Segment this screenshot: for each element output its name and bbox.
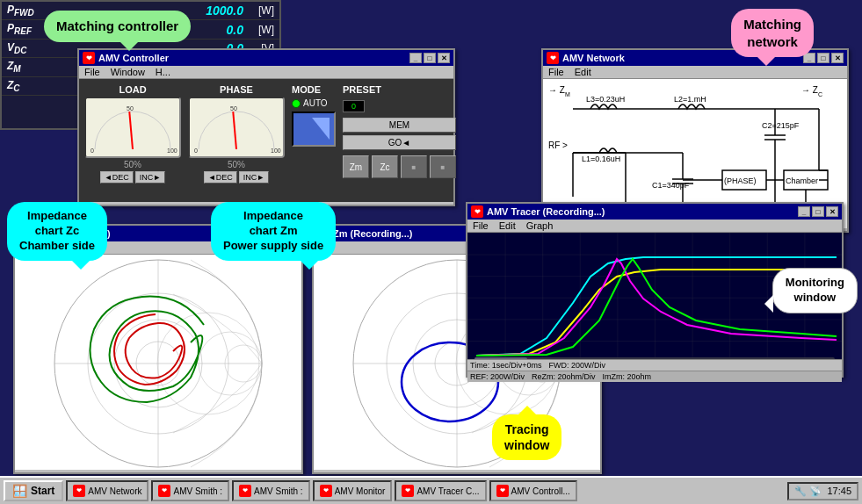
- load-inc-btn[interactable]: INC►: [135, 171, 165, 184]
- taskbar-btn-0[interactable]: ❤AMV Network: [66, 480, 148, 501]
- phase-buttons[interactable]: ◄DEC INC►: [204, 171, 269, 184]
- svg-text:L1=0.16uH: L1=0.16uH: [582, 155, 620, 163]
- menu-help[interactable]: H...: [154, 67, 172, 77]
- callout-tw-text: Tracing window: [504, 422, 549, 452]
- taskbar: 🪟 Start ❤AMV Network❤AMV Smith :❤AMV Smi…: [0, 476, 862, 504]
- preset-panel: PRESET MEM GO◄ Zm Zc ■ ■: [343, 84, 456, 178]
- load-meter: 0 50 100: [84, 97, 181, 158]
- svg-text:0: 0: [194, 148, 198, 154]
- network-maximize[interactable]: □: [817, 53, 829, 63]
- taskbar-btn-label-2: AMV Smith :: [254, 486, 303, 496]
- svg-text:(PHASE): (PHASE): [724, 176, 757, 185]
- start-label: Start: [31, 485, 54, 497]
- mem-btn[interactable]: MEM: [343, 118, 456, 133]
- svg-text:C1=340pF: C1=340pF: [652, 181, 690, 190]
- taskbar-btn-label-4: AMV Tracer C...: [417, 486, 479, 496]
- taskbar-btn-4[interactable]: ❤AMV Tracer C...: [395, 480, 486, 501]
- menu-edit[interactable]: Edit: [573, 67, 593, 77]
- controller-close[interactable]: ✕: [438, 53, 450, 63]
- svg-text:→ ZC: → ZC: [801, 85, 822, 97]
- callout-mw-text: Monitoring window: [786, 276, 844, 304]
- taskbar-btn-3[interactable]: ❤AMV Monitor: [313, 480, 393, 501]
- zm-icon-box[interactable]: Zm: [343, 155, 369, 178]
- svg-text:C2=215pF: C2=215pF: [762, 121, 800, 130]
- menu-file[interactable]: File: [547, 67, 566, 77]
- callout-zc-text: Impedance chart Zc Chamber side: [19, 209, 95, 252]
- zm-label: Zm: [350, 162, 362, 172]
- svg-rect-70: [474, 357, 527, 359]
- monitor-label-2: VDC: [7, 41, 60, 55]
- network-icon: ❤: [547, 52, 559, 64]
- callout-monitoring-window: Monitoring window: [772, 268, 858, 313]
- taskbar-btn-label-5: AMV Controll...: [511, 486, 570, 496]
- menu-file[interactable]: File: [83, 67, 102, 77]
- tracer-menu: File Edit Graph: [467, 220, 842, 233]
- extra-icon-box2[interactable]: ■: [430, 155, 456, 178]
- load-meter-group: LOAD 0 50 100 50% ◄DEC INC►: [84, 84, 181, 184]
- controller-controls[interactable]: _ □ ✕: [409, 53, 450, 63]
- taskbar-btn-1[interactable]: ❤AMV Smith :: [151, 480, 229, 501]
- callout-zm-text: Impedance chart Zm Power supply side: [223, 209, 323, 252]
- svg-text:L3=0.23uH: L3=0.23uH: [586, 95, 625, 104]
- network-menu: File Edit: [543, 66, 847, 79]
- smith2-title: Zm (Recording...): [333, 228, 412, 239]
- load-dec-btn[interactable]: ◄DEC: [100, 171, 134, 184]
- taskbar-icon-5: ❤: [496, 485, 509, 497]
- smith1-window: ❤ Zc (Recording...) _ □ ✕ View Alarm: [13, 224, 303, 474]
- menu-window[interactable]: Window: [109, 67, 147, 77]
- callout-matching-network: Matching network: [731, 9, 814, 57]
- taskbar-icon-2: ❤: [239, 485, 251, 497]
- extra-icon-box1[interactable]: ■: [401, 155, 427, 178]
- preset-input[interactable]: [343, 100, 365, 112]
- tracer-maximize[interactable]: □: [812, 206, 824, 217]
- taskbar-clock: 🔧 📡 17:45: [787, 482, 858, 500]
- phase-inc-btn[interactable]: INC►: [239, 171, 269, 184]
- zc-icon-box[interactable]: Zc: [372, 155, 398, 178]
- tracer-infobar2: REF: 200W/Div ReZm: 20ohm/Div ImZm: 20oh…: [467, 371, 842, 382]
- taskbar-icon-3: ❤: [320, 485, 332, 497]
- network-controls[interactable]: _ □ ✕: [803, 53, 844, 63]
- tracer-infobar: Time: 1sec/Div+0ms FWD: 200W/Div: [467, 359, 842, 371]
- tracer-controls[interactable]: _ □ ✕: [798, 206, 838, 217]
- menu-edit[interactable]: Edit: [497, 220, 518, 231]
- taskbar-btn-5[interactable]: ❤AMV Controll...: [489, 480, 577, 501]
- svg-text:100: 100: [271, 148, 281, 154]
- taskbar-btn-2[interactable]: ❤AMV Smith :: [232, 480, 310, 501]
- controller-minimize[interactable]: _: [409, 53, 422, 63]
- tray-icons: 🔧 📡: [794, 486, 822, 497]
- monitor-unit-1: [W]: [243, 24, 274, 36]
- load-label: LOAD: [119, 84, 146, 95]
- smith1-body: [15, 255, 301, 470]
- svg-text:50: 50: [127, 105, 134, 112]
- go-btn[interactable]: GO◄: [343, 135, 456, 150]
- menu-file[interactable]: File: [471, 220, 490, 231]
- smith1-chart: [15, 255, 301, 470]
- tracer-minimize[interactable]: _: [798, 206, 810, 217]
- time-div: Time: 1sec/Div+0ms: [470, 361, 541, 370]
- controller-maximize[interactable]: □: [424, 53, 436, 63]
- callout-matching-controller: Matching controller: [44, 11, 191, 42]
- auto-label: AUTO: [303, 98, 328, 108]
- network-close[interactable]: ✕: [831, 53, 844, 63]
- controller-body: LOAD 0 50 100 50% ◄DEC INC►: [79, 79, 453, 202]
- taskbar-icon-0: ❤: [73, 485, 85, 497]
- network-title: AMV Network: [562, 53, 625, 63]
- taskbar-icon-4: ❤: [402, 485, 414, 497]
- svg-text:100: 100: [167, 148, 177, 154]
- mode-auto: AUTO: [292, 98, 336, 108]
- tracer-close[interactable]: ✕: [826, 206, 838, 217]
- start-button[interactable]: 🪟 Start: [4, 480, 63, 501]
- phase-dec-btn[interactable]: ◄DEC: [204, 171, 237, 184]
- zc-label: Zc: [380, 162, 389, 172]
- taskbar-btn-label-3: AMV Monitor: [335, 486, 386, 496]
- svg-text:→ ZM: → ZM: [548, 85, 570, 97]
- phase-meter-group: PHASE 0 50 100 50% ◄DEC INC►: [188, 84, 285, 184]
- mode-panel: MODE AUTO: [292, 84, 336, 147]
- taskbar-buttons: ❤AMV Network❤AMV Smith :❤AMV Smith :❤AMV…: [66, 480, 785, 501]
- controller-window: ❤ AMV Controller _ □ ✕ File Window H... …: [77, 48, 455, 206]
- load-buttons[interactable]: ◄DEC INC►: [100, 171, 165, 184]
- load-percent: 50%: [124, 160, 141, 169]
- menu-graph[interactable]: Graph: [525, 220, 555, 231]
- clock-time: 17:45: [827, 486, 851, 496]
- auto-led: [292, 99, 301, 108]
